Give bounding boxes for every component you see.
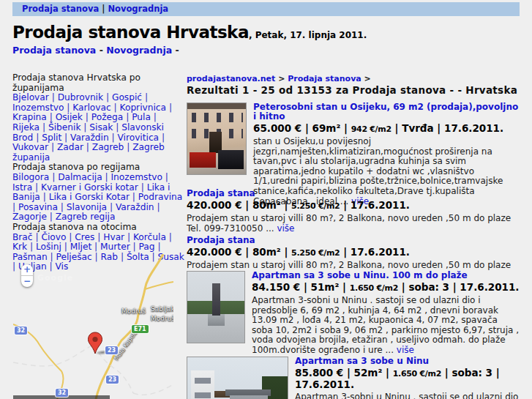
sidebar-link[interactable]: Vukovar (12, 142, 48, 152)
listing-price-per-m2: 5.250 €/m2 (291, 248, 340, 258)
separator: | (32, 182, 41, 193)
sidebar-link[interactable]: Podravina (138, 192, 182, 202)
listing-thumbnail[interactable] (187, 357, 288, 399)
listing-item: Apartman sa 3 sobe u Ninu85.800 € | 52m²… (187, 357, 521, 399)
sidebar-link[interactable]: Hvar (103, 232, 124, 242)
separator: | (80, 122, 89, 133)
listing-price-per-m2: 5.250 €/m2 (291, 201, 340, 211)
sidebar-link[interactable]: Split (42, 133, 61, 143)
map-marker-icon[interactable] (87, 332, 103, 354)
map[interactable]: Google + − ModrušSabljakModruškiMala Kap… (13, 254, 173, 399)
listing-extra: Tvrđa (402, 122, 433, 134)
separator: | (391, 122, 402, 134)
sidebar-link[interactable]: Krapina (12, 112, 47, 122)
separator: | (154, 202, 160, 212)
separator: | (48, 142, 57, 152)
sidebar-link[interactable]: Pula (132, 112, 151, 122)
sidebar-link[interactable]: Varaždin (116, 202, 154, 212)
breadcrumb-link[interactable]: prodajastanova.net (187, 74, 275, 83)
sidebar-link[interactable]: Zagorje (12, 212, 47, 222)
listing-price: 85.800 € (295, 367, 343, 379)
listing-area: 52m² (354, 367, 383, 379)
topbar-link[interactable]: Prodaja stanova (22, 4, 99, 14)
sidebar-link[interactable]: Dubrovnik (58, 92, 103, 102)
listing-title-link[interactable]: Prodaja stana (187, 189, 521, 198)
separator: | (301, 122, 312, 134)
sidebar-link[interactable]: Sisak (89, 122, 113, 133)
sidebar-link[interactable]: Zagreb (92, 142, 124, 152)
sidebar-link[interactable]: Istra (12, 182, 32, 193)
separator: | (151, 112, 157, 122)
sidebar-link[interactable]: Osijek (56, 112, 83, 122)
listing-description-text: Apartman 3-sobni u Nninu . sastoji se od… (252, 295, 519, 355)
sidebar-link[interactable]: Pag (139, 242, 155, 252)
separator: > (361, 74, 371, 83)
breadcrumb: prodajastanova.net > Prodaja stanova > (187, 74, 371, 83)
zoom-in-button[interactable]: + (21, 264, 33, 276)
sidebar-link[interactable]: Bilogora (12, 172, 49, 182)
topbar-link[interactable]: Novogradnja (108, 4, 168, 14)
sidebar-link[interactable]: Murter (100, 242, 130, 252)
more-link[interactable]: više (277, 223, 294, 234)
sidebar-link[interactable]: Brač (12, 232, 33, 242)
listing-thumbnail[interactable] (187, 271, 245, 343)
listing-description: Apartman 3-sobni u Nninu . sastoji se od… (252, 296, 520, 356)
sidebar-link[interactable]: Požega (91, 112, 123, 122)
sidebar-link[interactable]: Posavina (18, 202, 58, 212)
separator: | (242, 199, 252, 211)
sidebar-link[interactable]: Rijeka (12, 122, 40, 133)
header-nav-link[interactable]: Prodaja stanova (12, 45, 96, 56)
separator: | (66, 232, 75, 242)
sidebar-link[interactable]: Kvarner i Gorski kotar (41, 182, 138, 193)
sidebar-link[interactable]: Cres (75, 232, 94, 242)
separator: | (162, 172, 168, 182)
sidebar-link[interactable]: Lošinj (36, 242, 61, 252)
separator: | (242, 246, 252, 258)
separator: | (33, 232, 42, 242)
sidebar-link[interactable]: Lika i Gorski Kotar (49, 192, 130, 202)
listing-price-line: 84.150 € | 51m² | 1.650 €/m2 | soba: 3 |… (252, 282, 520, 294)
separator: | (166, 232, 172, 242)
sidebar-link[interactable]: Korčula (133, 232, 166, 242)
listing-area: 51m² (311, 281, 340, 293)
listing-price-per-m2: 942 €/m2 (351, 124, 391, 134)
listing-description-text: Prodajem stan u staroj villi 80 m?, 2 Ba… (187, 213, 511, 234)
separator: | (159, 133, 165, 143)
sidebar-link[interactable]: Inozemstvo (111, 172, 162, 182)
listing-date: 17.6.2011. (444, 122, 503, 134)
breadcrumb-link[interactable]: Prodaja stanova (288, 74, 361, 83)
listing-title-link[interactable]: Apartman sa 3 sobe u Ninu. 100 m do plaž… (252, 271, 520, 280)
sidebar-link[interactable]: Slavonija (67, 202, 107, 212)
sidebar-link[interactable]: Koprivnica (120, 102, 166, 113)
sidebar-link[interactable]: Inozemstvo (12, 102, 64, 113)
sidebar-link[interactable]: Zagreb regija (56, 212, 116, 222)
separator: | (83, 142, 92, 152)
listing-price: 84.150 € (252, 281, 300, 293)
sidebar-link[interactable]: Zadar (57, 142, 83, 152)
sidebar-link[interactable]: Krk (12, 242, 27, 252)
sidebar-link[interactable]: Varaždin (70, 133, 109, 143)
more-link[interactable]: više (397, 345, 414, 355)
zoom-out-button[interactable]: − (21, 276, 33, 287)
sidebar-link[interactable]: Čiovo (41, 232, 66, 242)
header-nav-link[interactable]: Novogradnja (106, 45, 172, 56)
sidebar-link[interactable]: Karlovac (72, 102, 110, 113)
separator: | (49, 172, 58, 182)
separator: | (166, 102, 172, 113)
listing-title-link[interactable]: Prodaja stana (187, 236, 521, 245)
listing-thumbnail[interactable] (187, 102, 247, 175)
separator: | (61, 242, 70, 252)
separator: | (138, 182, 147, 193)
listing-title-link[interactable]: Apartman sa 3 sobe u Ninu (295, 357, 521, 366)
sidebar-link[interactable]: Bjelovar (12, 92, 49, 102)
sidebar-link[interactable]: Šibenik (48, 122, 81, 133)
listing-price-per-m2: 1.650 €/m2 (393, 369, 441, 379)
sidebar-link[interactable]: Dalmacija (58, 172, 102, 182)
sidebar-link[interactable]: Virovitica (118, 133, 160, 143)
header-nav: Prodaja stanova - Novogradnja - (12, 45, 179, 56)
separator: | (64, 102, 72, 113)
sidebar-link[interactable]: Mljet (70, 242, 92, 252)
listing-title-link[interactable]: Peterosobni stan u Osijeku, 69 m2 (proda… (253, 102, 521, 122)
sidebar-link[interactable]: Gospić (112, 92, 142, 102)
separator: | (102, 172, 111, 182)
